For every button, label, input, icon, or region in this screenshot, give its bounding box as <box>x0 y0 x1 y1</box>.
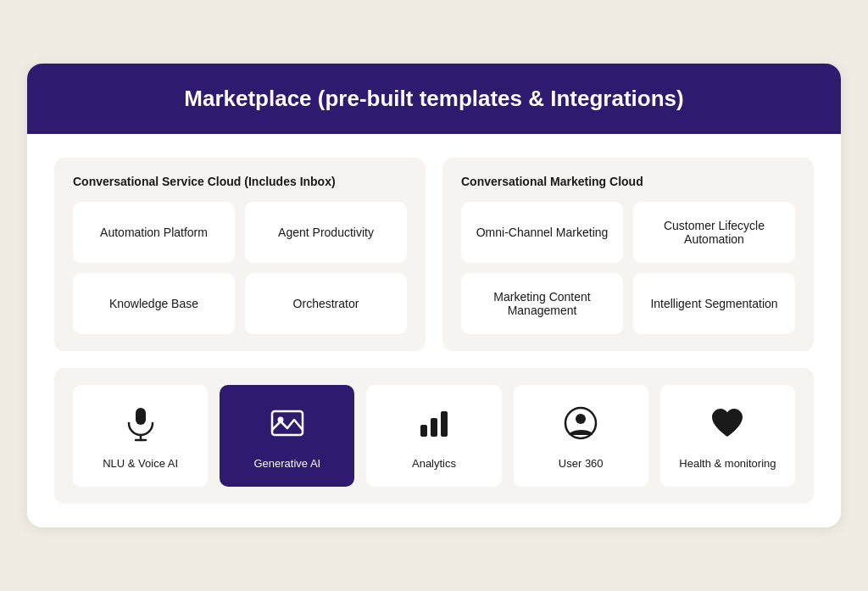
tile-omni-channel[interactable]: Omni-Channel Marketing <box>461 202 623 263</box>
user-circle-icon <box>562 404 599 447</box>
tile-automation-platform[interactable]: Automation Platform <box>73 202 235 263</box>
svg-rect-5 <box>420 425 427 437</box>
card-header: Marketplace (pre-built templates & Integ… <box>27 64 841 134</box>
service-cloud-grid: Automation Platform Agent Productivity K… <box>73 202 407 334</box>
tile-analytics[interactable]: Analytics <box>366 385 501 487</box>
tile-user-360[interactable]: User 360 <box>514 385 648 487</box>
tile-analytics-label: Analytics <box>412 457 456 471</box>
heart-icon <box>709 404 746 447</box>
tile-health-monitoring[interactable]: Health & monitoring <box>660 385 795 487</box>
marketplace-card: Marketplace (pre-built templates & Integ… <box>27 64 841 527</box>
tile-generative-ai-label: Generative AI <box>253 457 320 471</box>
tile-knowledge-base[interactable]: Knowledge Base <box>73 273 235 334</box>
tile-orchestrator[interactable]: Orchestrator <box>245 273 407 334</box>
card-body: Conversational Service Cloud (Includes I… <box>27 134 841 527</box>
svg-rect-6 <box>431 418 437 437</box>
tile-nlu-voice-ai-label: NLU & Voice AI <box>103 457 178 471</box>
marketing-cloud-grid: Omni-Channel Marketing Customer Lifecycl… <box>461 202 795 334</box>
top-row: Conversational Service Cloud (Includes I… <box>54 158 814 351</box>
service-cloud-title: Conversational Service Cloud (Includes I… <box>73 175 407 188</box>
microphone-icon <box>122 404 159 447</box>
tile-generative-ai[interactable]: Generative AI <box>220 385 354 487</box>
bar-chart-icon <box>415 404 453 447</box>
service-cloud-panel: Conversational Service Cloud (Includes I… <box>54 158 426 351</box>
tile-intelligent-segmentation[interactable]: Intelligent Segmentation <box>633 273 795 334</box>
svg-point-9 <box>576 414 586 424</box>
tile-marketing-content[interactable]: Marketing Content Management <box>461 273 623 334</box>
image-icon <box>269 404 306 447</box>
marketing-cloud-panel: Conversational Marketing Cloud Omni-Chan… <box>442 158 814 351</box>
svg-rect-0 <box>136 408 146 425</box>
tile-health-monitoring-label: Health & monitoring <box>679 457 776 471</box>
tile-agent-productivity[interactable]: Agent Productivity <box>245 202 407 263</box>
bottom-row: NLU & Voice AI Generative AI <box>54 368 814 504</box>
page-title: Marketplace (pre-built templates & Integ… <box>61 86 807 112</box>
tile-nlu-voice-ai[interactable]: NLU & Voice AI <box>73 385 208 487</box>
svg-rect-7 <box>441 411 448 437</box>
marketing-cloud-title: Conversational Marketing Cloud <box>461 175 795 188</box>
tile-customer-lifecycle[interactable]: Customer Lifecycle Automation <box>633 202 795 263</box>
tile-user-360-label: User 360 <box>559 457 604 471</box>
